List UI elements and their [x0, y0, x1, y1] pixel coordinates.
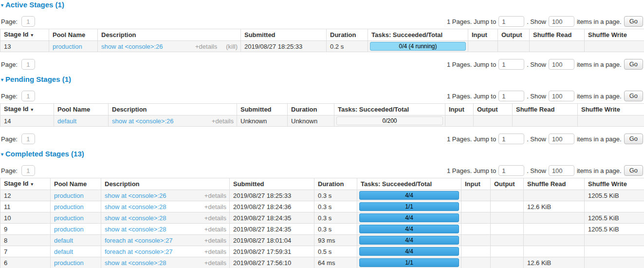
sort-arrow-icon: ▾ [31, 182, 34, 187]
stage-description-link[interactable]: show at <console>:28 [105, 260, 166, 266]
page-number-input[interactable] [21, 59, 35, 70]
show-count-input[interactable] [549, 134, 574, 144]
collapse-arrow-icon: ▾ [1, 2, 3, 8]
column-header-shuffle-write[interactable]: Shuffle Write [585, 29, 644, 41]
page-number-input[interactable] [21, 134, 35, 144]
pool-name-link[interactable]: default [54, 237, 73, 244]
column-header-input[interactable]: Input [468, 29, 498, 41]
description-cell: show at <console>:28+details [101, 224, 230, 235]
column-header-shuffle-read[interactable]: Shuffle Read [530, 29, 585, 41]
pool-name-link[interactable]: default [57, 117, 76, 125]
column-header-shuffle-read[interactable]: Shuffle Read [524, 178, 585, 190]
description-cell: foreach at <console>:27+details [101, 235, 230, 246]
stage-description-link[interactable]: foreach at <console>:27 [105, 249, 173, 255]
column-header-tasks[interactable]: Tasks: Succeeded/Total [357, 178, 461, 190]
column-header-pool[interactable]: Pool Name [51, 178, 101, 190]
pool-name-link[interactable]: production [54, 226, 84, 233]
column-header-tasks[interactable]: Tasks: Succeeded/Total [368, 29, 468, 41]
column-header-stage-id[interactable]: Stage Id▾ [0, 29, 49, 41]
details-toggle[interactable]: +details [195, 43, 217, 50]
show-count-input[interactable] [549, 165, 574, 176]
column-header-input[interactable]: Input [461, 178, 491, 190]
task-progress-label: 0/4 (4 running) [399, 43, 437, 50]
column-header-pool[interactable]: Pool Name [54, 104, 109, 115]
column-header-stage-id[interactable]: Stage Id▾ [0, 104, 54, 115]
pool-name-cell: production [51, 224, 101, 235]
details-toggle[interactable]: +details [204, 249, 226, 255]
active-stages-header[interactable]: ▾Active Stages (1) [1, 1, 643, 9]
go-button[interactable]: Go [624, 134, 643, 144]
column-header-tasks[interactable]: Tasks: Succeeded/Total [334, 104, 445, 115]
jump-to-input[interactable] [498, 165, 524, 176]
stage-description-link[interactable]: show at <console>:28 [105, 215, 166, 221]
show-count-input[interactable] [549, 59, 574, 70]
column-header-submitted[interactable]: Submitted [241, 29, 327, 41]
page-number-input[interactable] [21, 91, 35, 101]
column-header-output[interactable]: Output [474, 104, 513, 115]
details-toggle[interactable]: +details [204, 192, 226, 199]
details-toggle[interactable]: +details [204, 237, 226, 244]
description-cell: foreach at <console>:27+details [101, 246, 230, 257]
column-header-output[interactable]: Output [491, 178, 524, 190]
show-label: . Show [527, 18, 546, 25]
column-header-shuffle-read[interactable]: Shuffle Read [513, 104, 578, 115]
pool-name-link[interactable]: production [54, 203, 84, 211]
page-selector: Page: [1, 91, 35, 101]
column-label: Duration [291, 106, 317, 113]
pool-name-cell: default [54, 115, 109, 127]
jump-to-input[interactable] [498, 16, 524, 27]
jump-to-input[interactable] [498, 91, 524, 101]
details-toggle[interactable]: +details [204, 226, 226, 232]
kill-link[interactable]: (kill) [226, 43, 238, 50]
show-count-input[interactable] [549, 91, 574, 101]
details-toggle[interactable]: +details [204, 204, 226, 210]
go-button[interactable]: Go [624, 91, 643, 101]
pool-name-link[interactable]: production [54, 214, 84, 222]
column-header-shuffle-write[interactable]: Shuffle Write [585, 178, 644, 190]
page-number-input[interactable] [21, 16, 35, 27]
column-header-pool[interactable]: Pool Name [49, 29, 98, 41]
shuffle-read-cell: 12.6 KiB [524, 201, 585, 212]
tasks-cell: 4/4 [357, 212, 461, 224]
column-header-submitted[interactable]: Submitted [230, 178, 314, 190]
jump-to-input[interactable] [498, 134, 524, 144]
column-header-desc[interactable]: Description [98, 29, 241, 41]
column-header-duration[interactable]: Duration [327, 29, 368, 41]
output-cell [491, 224, 524, 235]
stage-description-link[interactable]: show at <console>:28 [105, 204, 166, 210]
go-button[interactable]: Go [624, 59, 643, 70]
pending-stages-header[interactable]: ▾Pending Stages (1) [1, 76, 643, 84]
column-header-desc[interactable]: Description [101, 178, 230, 190]
jump-to-input[interactable] [498, 59, 524, 70]
page-number-input[interactable] [21, 165, 35, 176]
column-header-duration[interactable]: Duration [314, 178, 357, 190]
shuffle-write-cell [578, 115, 644, 127]
stage-description-link[interactable]: show at <console>:26 [105, 192, 166, 199]
column-header-shuffle-write[interactable]: Shuffle Write [578, 104, 644, 115]
pool-name-link[interactable]: default [54, 248, 73, 255]
details-toggle[interactable]: +details [204, 260, 226, 266]
details-toggle[interactable]: +details [212, 118, 234, 124]
output-cell [491, 235, 524, 246]
stage-description-link[interactable]: show at <console>:26 [112, 118, 173, 124]
tasks-cell: 0/200 [334, 115, 445, 127]
column-header-submitted[interactable]: Submitted [237, 104, 288, 115]
column-header-input[interactable]: Input [445, 104, 474, 115]
show-count-input[interactable] [549, 16, 574, 27]
pool-name-link[interactable]: production [53, 43, 82, 50]
pool-name-link[interactable]: production [54, 192, 84, 199]
pager-slot: Page: 1 Pages. Jump to . Show items in a… [0, 16, 644, 27]
stage-description-link[interactable]: show at <console>:28 [105, 226, 166, 232]
column-header-desc[interactable]: Description [109, 104, 237, 115]
column-header-stage-id[interactable]: Stage Id▾ [0, 178, 51, 190]
go-button[interactable]: Go [624, 165, 643, 176]
go-button[interactable]: Go [624, 16, 643, 27]
details-toggle[interactable]: +details [204, 215, 226, 221]
stage-description-link[interactable]: show at <console>:26 [101, 43, 163, 50]
column-header-duration[interactable]: Duration [288, 104, 334, 115]
stage-description-link[interactable]: foreach at <console>:27 [105, 237, 173, 244]
stage-id-cell: 12 [0, 190, 51, 201]
column-header-output[interactable]: Output [498, 29, 530, 41]
completed-stages-header[interactable]: ▾Completed Stages (13) [1, 150, 643, 158]
pool-name-link[interactable]: production [54, 259, 84, 267]
